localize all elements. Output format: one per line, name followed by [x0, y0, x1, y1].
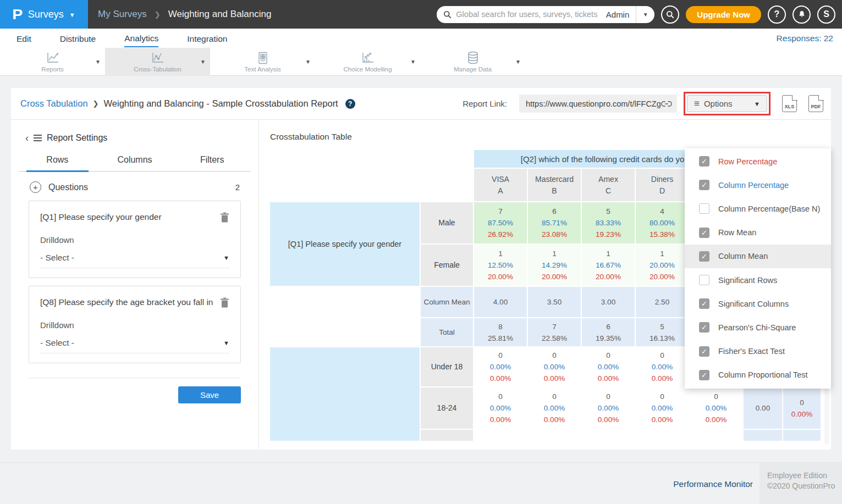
chevron-down-icon[interactable]: ▼: [305, 59, 311, 65]
data-cell: 00.00%0.00%: [690, 387, 742, 429]
data-cell: 787.50%26.92%: [474, 202, 527, 243]
page-footer: Performance Monitor Employee Edition ©20…: [0, 462, 842, 504]
menu-item-column-proportional-test[interactable]: ✓ Column Proportional Test: [685, 363, 831, 387]
tab-rows[interactable]: Rows: [19, 155, 96, 171]
checkbox[interactable]: ✓: [699, 370, 709, 380]
collapse-panel-icon[interactable]: ‹: [25, 133, 29, 143]
upgrade-now-button[interactable]: Upgrade Now: [686, 6, 761, 23]
row-label: Total: [421, 318, 473, 346]
menu-item-significant-rows[interactable]: ✓ Significant Rows: [685, 268, 831, 292]
performance-monitor-link[interactable]: Performance Monitor: [673, 479, 753, 489]
delete-question-icon[interactable]: [220, 297, 229, 308]
chevron-down-icon: ▼: [223, 254, 229, 261]
help-button[interactable]: ?: [768, 5, 786, 24]
divider: [29, 378, 241, 378]
menu-item-fishers-exact-test[interactable]: ✓ Fisher's Exact Test: [685, 340, 831, 363]
menu-item-row-percentage[interactable]: ✓ Row Percentage: [685, 149, 831, 173]
breadcrumb-my-surveys[interactable]: My Surveys: [98, 9, 147, 20]
checkbox[interactable]: ✓: [699, 298, 709, 309]
options-button[interactable]: ≡ Options ▼: [687, 95, 767, 112]
top-bar: P Surveys ▼ My Surveys ❯ Weighting and B…: [0, 0, 842, 29]
analytics-toolbar: Reports ▼ Cross-Tabulation ▼ Text Analys…: [0, 48, 842, 76]
search-input[interactable]: [456, 10, 599, 19]
user-avatar[interactable]: S: [817, 5, 835, 24]
export-xls-button[interactable]: XLS: [782, 95, 797, 112]
global-search: Admin ▼: [437, 6, 654, 23]
checkbox[interactable]: ✓: [699, 180, 709, 190]
settings-tabs: Rows Columns Filters: [19, 155, 251, 172]
checkbox[interactable]: ✓: [699, 275, 709, 285]
add-question-button[interactable]: +: [30, 181, 41, 193]
checkbox[interactable]: ✓: [699, 251, 709, 262]
menu-item-significant-columns[interactable]: ✓ Significant Columns: [685, 292, 831, 315]
data-cell: 00.00%0.00%: [474, 347, 527, 386]
drilldown-select-q1[interactable]: - Select - ▼: [40, 253, 229, 268]
row-label: 18-24: [421, 387, 473, 429]
row-total-cell: 00.00%: [783, 387, 821, 429]
question-text: [Q1] Please specify your gender: [40, 212, 162, 222]
checkbox[interactable]: ✓: [699, 156, 709, 167]
drilldown-select-q8[interactable]: - Select - ▼: [40, 338, 229, 353]
toolbar-reports[interactable]: Reports ▼: [0, 48, 105, 76]
edition-label: Employee Edition: [767, 470, 842, 481]
mean-cell: 4.00: [474, 287, 527, 317]
checkbox[interactable]: ✓: [699, 346, 709, 357]
delete-question-icon[interactable]: [220, 212, 229, 223]
product-switcher[interactable]: P Surveys ▼: [0, 0, 88, 29]
options-dropdown-menu: ✓ Row Percentage ✓ Column Percentage ✓ C…: [685, 148, 831, 389]
checkbox[interactable]: ✓: [699, 228, 709, 238]
report-card: Cross Tabulation ❯ Weighting and Balanci…: [11, 88, 831, 450]
column-header: MastercardB: [528, 169, 581, 201]
nav-integration[interactable]: Integration: [187, 30, 227, 47]
menu-item-pearsons-chi-square[interactable]: ✓ Pearson's Chi-Square: [685, 315, 831, 339]
q1-row-group-label: [Q1] Please specify your gender: [270, 202, 420, 286]
cross-tabulation-link[interactable]: Cross Tabulation: [20, 98, 88, 109]
data-cell: 480.00%15.38%: [636, 202, 689, 243]
data-cell: 00.00%0.00%: [582, 347, 635, 386]
database-icon: [467, 51, 479, 64]
tab-filters[interactable]: Filters: [173, 155, 251, 171]
menu-item-column-percentage[interactable]: ✓ Column Percentage: [685, 173, 831, 197]
chevron-down-icon[interactable]: ▼: [410, 59, 416, 65]
toolbar-cross-tabulation[interactable]: Cross-Tabulation ▼: [105, 48, 210, 76]
menu-item-column-percentage-base-n[interactable]: ✓ Column Percentage(Base N): [685, 197, 831, 220]
chevron-down-icon: ▼: [223, 340, 229, 346]
data-cell: 112.50%20.00%: [474, 245, 527, 286]
chevron-down-icon[interactable]: ▼: [200, 59, 206, 65]
report-settings-header[interactable]: ‹ Report Settings: [11, 133, 258, 143]
question-card-q8: [Q8] Please specify the age bracket you …: [29, 286, 241, 363]
chevron-right-icon: ❯: [155, 10, 161, 19]
search-submit-button[interactable]: [661, 5, 679, 24]
row-label: Female: [421, 245, 473, 286]
menu-item-column-mean[interactable]: ✓ Column Mean: [685, 245, 831, 268]
export-pdf-button[interactable]: PDF: [808, 95, 823, 112]
nav-analytics[interactable]: Analytics: [124, 30, 158, 47]
toolbar-choice-modelling[interactable]: Choice Modelling ▼: [315, 48, 420, 76]
chevron-down-icon: ▼: [754, 101, 760, 107]
nav-edit[interactable]: Edit: [16, 30, 31, 47]
breadcrumb-survey-name: Weighting and Balancing: [168, 9, 272, 20]
report-url[interactable]: https://www.questionpro.com/t/lFFCZg: [526, 99, 661, 108]
toolbar-text-analysis[interactable]: Text Analysis ▼: [210, 48, 315, 76]
scatter-chart-icon: [361, 51, 375, 64]
data-cell: 00.00%0.00%: [636, 387, 689, 429]
chevron-down-icon[interactable]: ▼: [95, 59, 101, 65]
notifications-bell-icon[interactable]: [793, 5, 811, 24]
toolbar-manage-data[interactable]: Manage Data ▼: [420, 48, 525, 76]
tab-columns[interactable]: Columns: [96, 155, 174, 171]
mean-cell: 3.00: [582, 287, 635, 317]
checkbox[interactable]: ✓: [699, 322, 709, 333]
save-button[interactable]: Save: [178, 386, 241, 403]
search-scope-dropdown[interactable]: ▼: [636, 6, 654, 23]
link-chain-icon[interactable]: [661, 99, 673, 108]
total-cell: 722.58%: [528, 318, 581, 346]
checkbox[interactable]: ✓: [699, 203, 709, 214]
total-cell: 619.35%: [582, 318, 635, 346]
report-help-icon[interactable]: ?: [345, 99, 355, 109]
chevron-down-icon[interactable]: ▼: [515, 59, 521, 65]
nav-distribute[interactable]: Distribute: [60, 30, 96, 47]
survey-nav: Edit Distribute Analytics Integration Re…: [0, 29, 842, 48]
data-cell: 00.00%0.00%: [528, 347, 581, 386]
menu-item-row-mean[interactable]: ✓ Row Mean: [685, 221, 831, 245]
topbar-actions: Admin ▼ Upgrade Now ? S: [437, 5, 842, 24]
